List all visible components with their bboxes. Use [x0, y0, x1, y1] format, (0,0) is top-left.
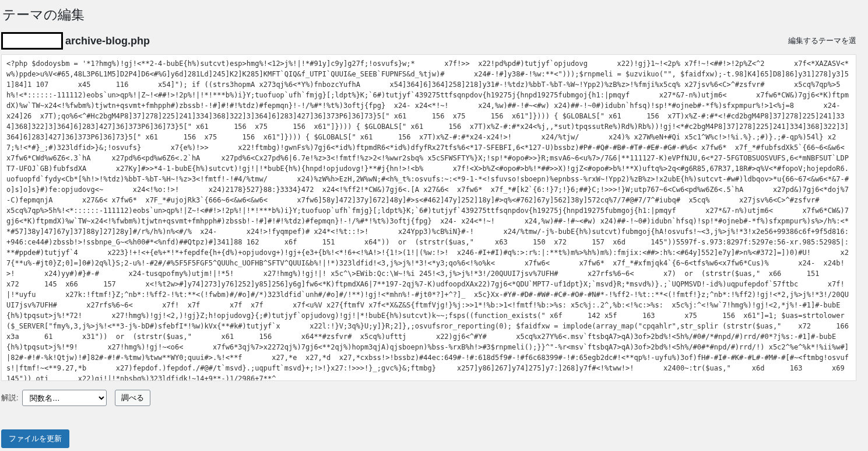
function-select[interactable]: 関数名…	[22, 390, 107, 406]
lookup-button[interactable]: 調べる	[115, 390, 150, 406]
theme-select-label: 編集するテーマを選	[788, 36, 856, 46]
file-path: archive-blog.php	[1, 32, 150, 50]
update-file-button[interactable]: ファイルを更新	[1, 429, 69, 448]
submit-row: ファイルを更新	[1, 429, 856, 448]
theme-name-block	[1, 32, 63, 50]
code-editor[interactable]	[1, 54, 856, 381]
lookup-row: 解説: 関数名… 調べる	[1, 390, 856, 406]
file-header: archive-blog.php 編集するテーマを選	[1, 32, 856, 50]
page-title: テーマの編集	[2, 6, 856, 24]
file-name: archive-blog.php	[65, 35, 150, 47]
lookup-label: 解説:	[1, 393, 19, 403]
